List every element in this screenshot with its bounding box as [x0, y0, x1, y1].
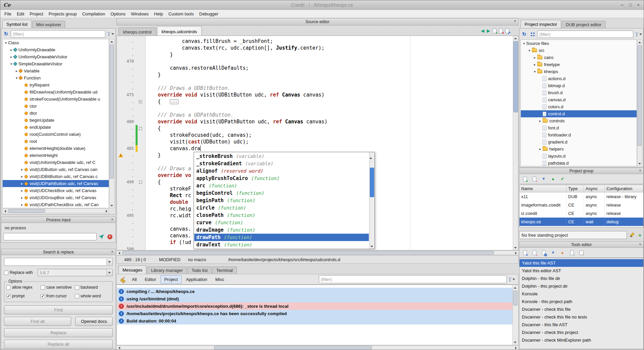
expander-icon[interactable]: ▸: [20, 175, 24, 178]
source-item-cairo[interactable]: ▸cairo: [521, 54, 637, 61]
checkbox-allow-regex[interactable]: allow regex: [6, 285, 41, 290]
menu-item-windows[interactable]: Windows: [128, 10, 151, 18]
symbol-item-uniformlydrawable[interactable]: ▸UniformlyDrawable: [3, 46, 109, 53]
inspector-refresh-button[interactable]: ↻: [521, 31, 528, 38]
menu-item-edit[interactable]: Edit: [14, 10, 27, 18]
expander-icon[interactable]: ▸: [9, 48, 13, 52]
symbol-item-class[interactable]: ▾Class: [3, 39, 109, 46]
code-line[interactable]: . canvas.restoreAllDefaults;: [117, 65, 513, 71]
remove-project-button[interactable]: -: [531, 175, 538, 183]
opened-docs-button[interactable]: Opened docs: [75, 317, 113, 326]
code-line[interactable]: .: [117, 105, 513, 112]
completion-item-applybrushtocairo[interactable]: applyBrushToCairo(function): [194, 175, 369, 182]
inspector-vscrollbar[interactable]: [637, 40, 642, 166]
replace-term-combo[interactable]: 3.6.7: [38, 269, 113, 276]
code-line[interactable]: . /// Draws a UDBitButton.: [117, 85, 513, 92]
messages-hscrollbar[interactable]: [116, 345, 518, 350]
add-tool-button[interactable]: +: [521, 249, 529, 256]
menu-item-projects-group[interactable]: Projects group: [46, 10, 80, 18]
completion-item-arc[interactable]: arc(function): [194, 182, 369, 189]
expander-icon[interactable]: ▸: [533, 63, 537, 66]
symbol-item-ctor[interactable]: ctor: [3, 103, 109, 110]
checkbox-from-cursor[interactable]: ✓from cursor: [41, 294, 75, 298]
code-line[interactable]: . canvas.text(rc, udc.caption[], Justify…: [117, 45, 513, 51]
source-item-kheops[interactable]: ▾kheops: [521, 68, 637, 75]
symbol-item-filldrawarea-uniformlydrawable-ud[interactable]: fillDrawArea(UniformlyDrawable ud: [3, 89, 109, 96]
tool-item-konsole-this-project-path[interactable]: Konsole - this project path: [519, 298, 643, 305]
checkbox-prompt[interactable]: ✓prompt: [6, 294, 41, 298]
scroll-down-icon[interactable]: [637, 161, 642, 166]
find-all-button[interactable]: Find all: [4, 317, 71, 326]
add-free-standing-button[interactable]: +: [636, 231, 644, 239]
project-row-x11[interactable]: x11DUBasyncrelease - library: [519, 192, 643, 201]
code-line[interactable]: .+ { ...: [117, 98, 513, 105]
editor-vscrollbar[interactable]: [513, 36, 518, 250]
menu-item-compilation[interactable]: Compilation: [80, 10, 108, 18]
tab-todo-list[interactable]: Todo list: [188, 267, 212, 274]
project-row-kheops-ce[interactable]: kheops.ceCEwaitdebug: [519, 218, 643, 226]
scrollbar-thumb[interactable]: [122, 251, 494, 254]
symbol-item-root-customcontrol-value[interactable]: root(CustomControl value): [3, 131, 109, 138]
symbol-item-simpledrawablevisitor[interactable]: ▾SimpleDrawableVisitor: [3, 60, 109, 67]
symbol-item-beginupdate[interactable]: beginUpdate: [3, 117, 109, 124]
code-line[interactable]: . canvas.fillBrush = _brushFont;: [117, 38, 513, 45]
completion-item-drawpath[interactable]: drawPath(function): [194, 234, 369, 241]
expander-icon[interactable]: ▾: [527, 49, 532, 52]
symbol-filter-menu-button[interactable]: [106, 30, 114, 38]
symbol-item-visit-uniformlydrawable-udc-ref-c[interactable]: visit(UniformlyDrawable udc, ref C: [3, 159, 109, 166]
source-editor[interactable]: . canvas.fillBrush = _brushFont;. canvas…: [116, 36, 518, 250]
export-tools-button[interactable]: ↑: [578, 249, 585, 256]
close-icon[interactable]: ×: [639, 242, 641, 246]
checkbox-whole-word[interactable]: whole word: [75, 294, 109, 298]
expander-icon[interactable]: ▸: [20, 182, 24, 185]
clear-messages-button[interactable]: [119, 276, 127, 283]
completion-scrollbar[interactable]: [369, 152, 375, 249]
tool-item-konsole[interactable]: Konsole: [519, 290, 643, 298]
messages-filter-menu-button[interactable]: [507, 276, 515, 283]
scroll-left-icon[interactable]: [117, 346, 121, 350]
scroll-left-icon[interactable]: [117, 251, 121, 255]
async-mode-button[interactable]: ✓: [559, 175, 566, 183]
previous-editor-button[interactable]: ◀: [481, 28, 484, 33]
source-item-gradient-d[interactable]: gradient.d: [521, 138, 637, 145]
scroll-down-icon[interactable]: [109, 203, 114, 208]
menu-item-debugger[interactable]: Debugger: [197, 10, 221, 18]
minimize-button[interactable]: ─: [621, 2, 624, 7]
close-document-button[interactable]: ×: [499, 28, 503, 33]
filter-button-editor[interactable]: Editor: [141, 275, 160, 284]
scrollbar-thumb[interactable]: [214, 346, 372, 349]
filter-button-application[interactable]: Application: [182, 275, 211, 284]
remove-tool-button[interactable]: -: [531, 249, 538, 256]
scroll-down-icon[interactable]: [513, 340, 517, 345]
source-item-controls[interactable]: ▸controls: [521, 117, 637, 124]
tool-item-dscanner-check-this-file-no-tests[interactable]: Dscanner - check this file no tests: [519, 313, 643, 321]
source-item-control-d[interactable]: control.d: [521, 110, 637, 117]
expander-icon[interactable]: ▾: [4, 41, 8, 45]
symbol-item-elementheight-double-value[interactable]: elementHeight(double value): [3, 145, 109, 152]
scroll-up-icon[interactable]: [369, 152, 372, 157]
replace-button[interactable]: Replace: [4, 328, 113, 337]
symbol-item-visit-udbutton-udc-ref-canvas-can[interactable]: ▸visit(UDButton udc, ref Canvas can: [3, 166, 109, 173]
symbol-tree-vscrollbar[interactable]: [109, 39, 114, 208]
scroll-right-icon[interactable]: [513, 251, 518, 255]
detach-document-button[interactable]: ↗: [505, 28, 509, 33]
close-icon[interactable]: ×: [514, 19, 516, 23]
expander-icon[interactable]: ▾: [14, 76, 19, 80]
close-icon[interactable]: ×: [111, 250, 113, 254]
expander-icon[interactable]: ▸: [9, 55, 13, 59]
source-item-freetype[interactable]: ▸freetype: [521, 61, 637, 68]
symbol-refresh-button[interactable]: ↻: [2, 30, 10, 38]
inspector-filter-menu-button[interactable]: [634, 31, 642, 38]
column-header-type[interactable]: Type: [566, 185, 584, 192]
symbol-item-endupdate[interactable]: endUpdate: [3, 124, 109, 131]
tab-dub-project-editor[interactable]: DUB project editor: [562, 21, 605, 28]
search-history-dropdown-button[interactable]: [106, 258, 112, 265]
tool-item-dscanner-check-this-file[interactable]: Dscanner - check this file: [519, 305, 643, 313]
completion-item-circle[interactable]: circle(function): [194, 204, 369, 212]
symbol-item-strokefocused-uniformlydrawable-u[interactable]: strokeFocused(UniformlyDrawable u: [3, 96, 109, 103]
fold-toggle-icon[interactable]: -: [139, 181, 142, 184]
expander-icon[interactable]: ▸: [538, 119, 542, 123]
code-line[interactable]: 480 override void visit(UDPathButton udc…: [117, 118, 513, 125]
symbol-item-tryrepaint[interactable]: tryRepaint: [3, 81, 109, 89]
filter-button-project[interactable]: Project: [160, 275, 181, 284]
